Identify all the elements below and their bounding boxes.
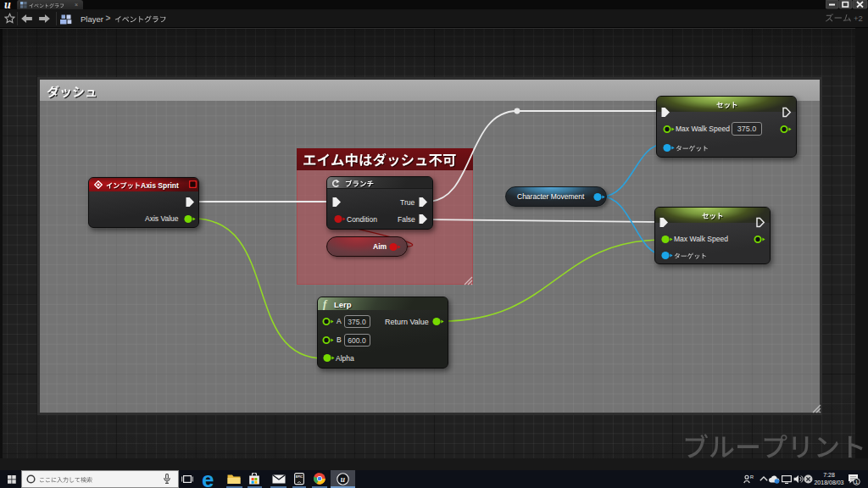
svg-text:u: u bbox=[341, 475, 345, 484]
svg-text:R: R bbox=[750, 474, 754, 480]
svg-text:EPIC: EPIC bbox=[296, 475, 303, 479]
